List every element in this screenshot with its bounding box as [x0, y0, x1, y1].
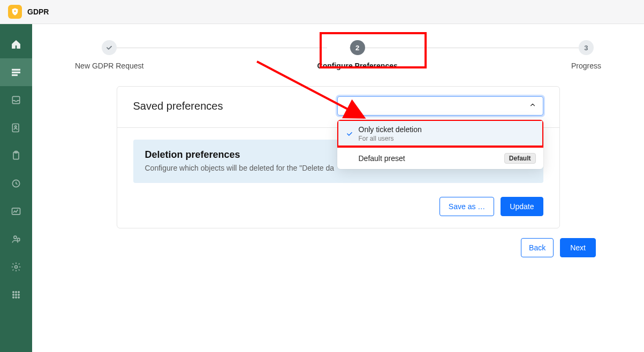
svg-point-12 — [15, 266, 18, 269]
preferences-card: Saved preferences O — [117, 86, 560, 228]
option-default-badge: Default — [504, 153, 536, 164]
saved-preferences-select-wrap: Only ticket deletion For all users Defau… — [337, 96, 543, 116]
step-3-number: 3 — [584, 44, 588, 52]
sidebar-item-contact[interactable] — [0, 114, 32, 142]
svg-point-17 — [15, 294, 17, 295]
sidebar-item-chart[interactable] — [0, 197, 32, 225]
step-3-label: Progress — [571, 62, 601, 70]
svg-rect-9 — [12, 208, 20, 215]
svg-point-5 — [15, 126, 17, 127]
sidebar-item-home[interactable] — [0, 30, 32, 58]
option-title: Only ticket deletion — [359, 125, 536, 134]
step-2-number: 2 — [355, 44, 359, 52]
option-title: Default preset — [359, 154, 504, 163]
save-as-button[interactable]: Save as … — [440, 197, 494, 216]
stepper-line — [112, 48, 327, 48]
stepper: New GDPR Request 2 Configure Preferences… — [70, 40, 607, 70]
svg-rect-0 — [12, 69, 20, 71]
svg-point-21 — [18, 296, 19, 298]
sidebar-item-inbox[interactable] — [0, 86, 32, 114]
step-1-label: New GDPR Request — [75, 62, 143, 70]
step-2-circle: 2 — [350, 40, 365, 55]
svg-point-14 — [15, 291, 17, 293]
main-content: New GDPR Request 2 Configure Preferences… — [32, 24, 644, 352]
card-header-title: Saved preferences — [133, 100, 223, 112]
step-3-circle: 3 — [579, 40, 594, 55]
check-icon — [345, 130, 354, 137]
saved-preferences-select[interactable] — [337, 96, 543, 116]
svg-rect-1 — [12, 72, 20, 73]
svg-point-18 — [18, 294, 19, 295]
dropdown-option-default-preset[interactable]: Default preset Default — [337, 148, 543, 169]
svg-rect-2 — [12, 74, 18, 76]
svg-rect-11 — [18, 238, 20, 241]
app-icon — [8, 5, 22, 19]
svg-point-13 — [12, 291, 14, 293]
step-2[interactable]: 2 Configure Preferences — [317, 40, 398, 70]
saved-preferences-dropdown: Only ticket deletion For all users Defau… — [337, 120, 543, 169]
svg-point-16 — [12, 294, 14, 295]
chevron-up-icon — [529, 101, 536, 111]
svg-point-19 — [12, 296, 14, 298]
step-2-label: Configure Preferences — [317, 62, 398, 70]
step-1-circle — [102, 40, 117, 55]
sidebar-item-agent[interactable] — [0, 225, 32, 253]
sidebar-item-clock[interactable] — [0, 170, 32, 197]
sidebar-item-clipboard[interactable] — [0, 142, 32, 170]
svg-point-15 — [18, 291, 19, 293]
svg-point-10 — [14, 236, 17, 239]
card-header: Saved preferences O — [117, 87, 559, 128]
next-button[interactable]: Next — [560, 238, 596, 257]
step-3[interactable]: 3 Progress — [571, 40, 601, 70]
update-button[interactable]: Update — [501, 197, 543, 216]
page-actions: Back Next — [521, 238, 596, 257]
app-header: GDPR — [0, 0, 644, 24]
option-subtitle: For all users — [359, 135, 536, 142]
step-1[interactable]: New GDPR Request — [75, 40, 143, 70]
dropdown-option-only-ticket-deletion[interactable]: Only ticket deletion For all users — [337, 120, 543, 148]
sidebar-item-settings[interactable] — [0, 253, 32, 281]
back-button[interactable]: Back — [521, 238, 554, 257]
sidebar — [0, 24, 32, 352]
card-footer: Save as … Update — [117, 197, 559, 228]
app-title: GDPR — [27, 7, 49, 16]
sidebar-item-apps[interactable] — [0, 281, 32, 309]
sidebar-item-list[interactable] — [0, 58, 32, 86]
svg-point-20 — [15, 296, 17, 298]
